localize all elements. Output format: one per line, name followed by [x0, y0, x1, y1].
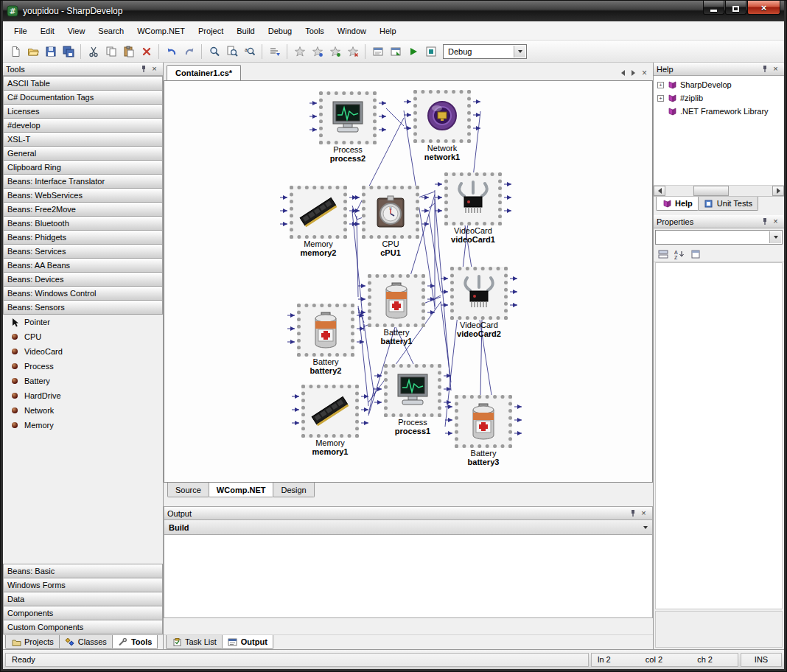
toolbox-item-pointer[interactable]: Pointer — [3, 315, 163, 329]
canvas-component-battery2[interactable]: Batterybattery2 — [297, 304, 354, 375]
tab-scroll-left-icon[interactable] — [621, 70, 625, 76]
properties-object-combo[interactable] — [655, 230, 783, 245]
scrollbar-thumb[interactable] — [693, 186, 729, 196]
debug-configuration-combo[interactable]: Debug — [443, 44, 527, 59]
tool-category-beans-interface-translator[interactable]: Beans: Interface Translator — [3, 174, 163, 189]
close-icon[interactable]: × — [149, 64, 160, 74]
tab-container1[interactable]: Container1.cs* — [167, 65, 241, 80]
menu-edit[interactable]: Edit — [34, 23, 61, 39]
format-list-button[interactable] — [266, 43, 283, 60]
canvas-component-battery3[interactable]: Batterybattery3 — [455, 395, 512, 466]
expand-icon[interactable]: + — [657, 82, 664, 88]
menu-search[interactable]: Search — [91, 23, 130, 39]
dock-tab-help[interactable]: Help — [656, 197, 699, 211]
properties-grid[interactable] — [655, 262, 783, 609]
dock-tab-output[interactable]: Output — [222, 635, 273, 649]
canvas-component-process2[interactable]: Processprocess2 — [319, 91, 377, 163]
canvas-component-cPU1[interactable]: IICPUcPU1 — [362, 186, 419, 257]
dock-tab-task-list[interactable]: Task List — [166, 635, 223, 649]
help-horizontal-scrollbar[interactable] — [654, 185, 784, 196]
toolbox-item-videocard[interactable]: VideoCard — [3, 344, 163, 359]
view-tab-source[interactable]: Source — [167, 483, 209, 497]
view-tab-wcomp-net[interactable]: WComp.NET — [209, 483, 274, 497]
incremental-search-button[interactable]: a — [241, 43, 258, 60]
tool-category-windows-forms[interactable]: Windows Forms — [3, 578, 163, 592]
pin-icon[interactable] — [627, 508, 638, 519]
menu-window[interactable]: Window — [331, 23, 373, 39]
dock-tab-unit-tests[interactable]: Unit Tests — [698, 197, 758, 211]
output-category-combo[interactable]: Build — [164, 520, 652, 535]
tool-category-beans-basic[interactable]: Beans: Basic — [3, 564, 163, 578]
canvas-component-battery1[interactable]: Batterybattery1 — [368, 274, 425, 346]
toolbox-item-battery[interactable]: Battery — [3, 374, 163, 388]
property-pages-button[interactable] — [688, 248, 702, 261]
undo-button[interactable] — [163, 43, 180, 60]
tool-category-custom-components[interactable]: Custom Components — [3, 620, 163, 634]
expand-icon[interactable]: + — [657, 95, 664, 102]
paste-button[interactable] — [120, 43, 137, 60]
close-icon[interactable]: × — [638, 508, 649, 519]
chevron-down-icon[interactable] — [514, 46, 525, 57]
canvas-component-network1[interactable]: Networknetwork1 — [413, 90, 471, 161]
canvas-component-process1[interactable]: Processprocess1 — [384, 364, 441, 435]
canvas-component-videoCard1[interactable]: VideoCardvideoCard1 — [444, 172, 502, 244]
dock-tab-tools[interactable]: Tools — [112, 635, 158, 649]
build-project-button[interactable] — [387, 43, 404, 60]
bookmark-clear-button[interactable] — [344, 43, 361, 60]
save-button[interactable] — [42, 43, 59, 60]
minimize-button[interactable] — [703, 1, 724, 15]
tab-close-icon[interactable]: × — [642, 68, 647, 78]
menu-wcomp-net[interactable]: WComp.NET — [130, 23, 192, 39]
canvas-component-memory2[interactable]: Memorymemory2 — [290, 186, 347, 257]
tool-category-beans-free2move[interactable]: Beans: Free2Move — [3, 202, 163, 217]
run-button[interactable] — [405, 43, 422, 60]
menu-file[interactable]: File — [7, 23, 34, 39]
toolbox-item-harddrive[interactable]: HardDrive — [3, 388, 163, 403]
find-in-files-button[interactable] — [223, 43, 240, 60]
help-tree-node-ziplib[interactable]: +#ziplib — [654, 91, 784, 105]
cut-button[interactable] — [85, 43, 102, 60]
tool-category-beans-bluetooth[interactable]: Beans: Bluetooth — [3, 216, 163, 231]
save-all-button[interactable] — [60, 43, 77, 60]
run-process-button[interactable] — [422, 43, 439, 60]
dock-tab-projects[interactable]: Projects — [5, 635, 60, 649]
toolbox-item-memory[interactable]: Memory — [3, 418, 163, 433]
menu-help[interactable]: Help — [373, 23, 403, 39]
tool-category-licenses[interactable]: Licenses — [3, 104, 163, 119]
pin-icon[interactable] — [138, 64, 149, 74]
tool-category-clipboard-ring[interactable]: Clipboard Ring — [3, 160, 163, 175]
categorized-button[interactable] — [656, 248, 670, 261]
open-file-button[interactable] — [24, 43, 41, 60]
find-button[interactable] — [206, 43, 223, 60]
close-icon[interactable]: × — [770, 64, 781, 74]
close-icon[interactable]: × — [770, 217, 781, 227]
tool-category-ascii-table[interactable]: ASCII Table — [3, 76, 163, 91]
menu-tools[interactable]: Tools — [298, 23, 331, 39]
toolbox-item-process[interactable]: Process — [3, 359, 163, 374]
tool-category-components[interactable]: Components — [3, 606, 163, 620]
tool-category-beans-windows-control[interactable]: Beans: Windows Control — [3, 286, 163, 301]
tool-category-data[interactable]: Data — [3, 592, 163, 606]
tab-scroll-right-icon[interactable] — [632, 70, 635, 76]
tool-category-beans-services[interactable]: Beans: Services — [3, 244, 163, 259]
tool-category-xsl-t[interactable]: XSL-T — [3, 132, 163, 147]
toolbox-item-network[interactable]: Network — [3, 403, 163, 418]
tool-category-general[interactable]: General — [3, 146, 163, 161]
tool-category-beans-phidgets[interactable]: Beans: Phidgets — [3, 230, 163, 245]
delete-button[interactable] — [138, 43, 155, 60]
menu-view[interactable]: View — [61, 23, 92, 39]
menu-project[interactable]: Project — [192, 23, 230, 39]
copy-button[interactable] — [102, 43, 119, 60]
tool-category-beans-devices[interactable]: Beans: Devices — [3, 272, 163, 287]
alphabetical-button[interactable]: AZ — [672, 248, 686, 261]
title-bar[interactable]: # youpidou - SharpDevelop × — [3, 1, 784, 21]
close-button[interactable]: × — [747, 1, 780, 15]
menu-debug[interactable]: Debug — [262, 23, 298, 39]
menu-build[interactable]: Build — [230, 23, 261, 39]
view-tab-design[interactable]: Design — [273, 483, 314, 497]
canvas-component-memory1[interactable]: Memorymemory1 — [301, 385, 359, 456]
chevron-down-icon[interactable] — [643, 526, 648, 529]
canvas-component-videoCard2[interactable]: VideoCardvideoCard2 — [450, 267, 508, 338]
build-solution-button[interactable] — [369, 43, 386, 60]
design-canvas[interactable]: Processprocess2Networknetwork1Memorymemo… — [164, 80, 653, 483]
